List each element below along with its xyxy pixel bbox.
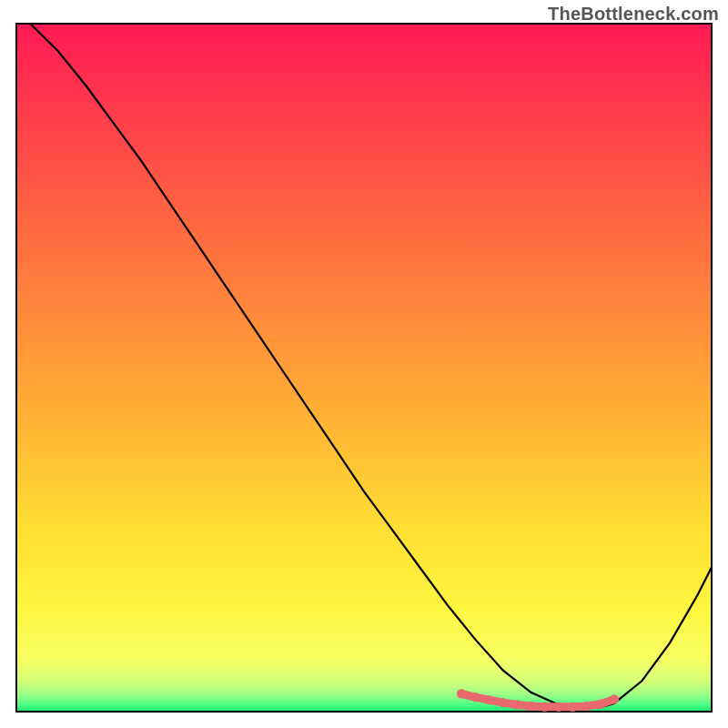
marker-dot: [554, 703, 563, 712]
marker-dot: [484, 695, 493, 704]
watermark-text: TheBottleneck.com: [548, 4, 719, 25]
marker-dot: [526, 702, 535, 711]
marker-dot: [610, 694, 619, 703]
marker-dot: [568, 703, 577, 712]
marker-dot: [596, 699, 605, 708]
marker-dot: [499, 698, 508, 707]
chart-container: TheBottleneck.com: [0, 0, 728, 728]
marker-dot: [470, 693, 480, 702]
marker-dot: [512, 700, 521, 709]
marker-dot: [581, 702, 591, 711]
marker-dot: [540, 703, 549, 712]
bottleneck-chart: [0, 0, 728, 728]
gradient-background: [16, 24, 712, 712]
marker-dot: [457, 689, 466, 698]
